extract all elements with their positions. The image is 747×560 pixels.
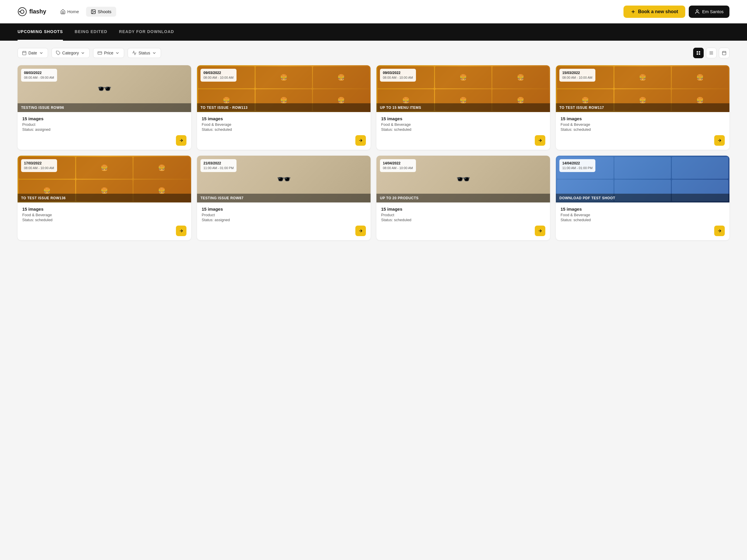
svg-point-2 xyxy=(19,11,20,12)
card-image: 🕶️ 08/03/2022 08:00 AM - 09:00 AM TESTIN… xyxy=(18,65,191,112)
card-body: 15 images Product Status: assigned xyxy=(18,112,191,150)
logo: flashy xyxy=(18,7,46,17)
card-image: 🍔🍔🍔🍔🍔🍔 15/03/2022 08:00 AM - 10:00 AM TO… xyxy=(556,65,729,112)
card-image: 14/04/2022 11:00 AM - 01:00 PM DOWNLOAD … xyxy=(556,156,729,203)
card-category: Food & Beverage xyxy=(202,122,366,127)
shoot-card: 14/04/2022 11:00 AM - 01:00 PM DOWNLOAD … xyxy=(556,156,729,240)
card-date-overlay: 14/04/2022 11:00 AM - 01:00 PM xyxy=(559,159,595,172)
card-title-overlay: TESTING ISSUE ROW87 xyxy=(197,194,370,203)
filter-date[interactable]: Date xyxy=(18,48,48,58)
card-images-count: 15 images xyxy=(381,116,545,121)
card-image: 🍔🍔🍔🍔🍔🍔 17/03/2022 08:00 AM - 10:00 AM TO… xyxy=(18,156,191,203)
card-category: Food & Beverage xyxy=(561,122,725,127)
shoots-grid: 🕶️ 08/03/2022 08:00 AM - 09:00 AM TESTIN… xyxy=(0,65,747,252)
svg-rect-17 xyxy=(697,53,698,55)
card-title-overlay: UP TO 20 PRODUCTS xyxy=(377,194,550,203)
card-arrow-button[interactable] xyxy=(355,135,366,146)
tab-being-edited[interactable]: Being Edited xyxy=(75,23,107,41)
card-body: 15 images Food & Beverage Status: schedu… xyxy=(197,112,370,150)
filter-category[interactable]: Category xyxy=(52,48,90,58)
user-icon xyxy=(695,9,700,14)
shoots-icon xyxy=(91,9,96,14)
tabs-bar: Upcoming Shoots Being Edited Ready for D… xyxy=(0,23,747,41)
svg-point-7 xyxy=(696,10,698,11)
card-footer xyxy=(561,135,725,146)
card-status: Status: scheduled xyxy=(381,127,545,132)
card-status: Status: scheduled xyxy=(561,127,725,132)
shoot-card: 🍔🍔🍔🍔🍔🍔 17/03/2022 08:00 AM - 10:00 AM TO… xyxy=(18,156,191,240)
card-date-overlay: 21/03/2022 11:00 AM - 01:00 PM xyxy=(201,159,236,172)
card-image: 🍔🍔🍔🍔🍔🍔 09/03/2022 08:00 AM - 10:00 AM UP… xyxy=(377,65,550,112)
filters-bar: Date Category Price Status xyxy=(0,41,747,65)
card-images-count: 15 images xyxy=(22,207,186,212)
arrow-right-icon xyxy=(358,229,363,233)
card-arrow-button[interactable] xyxy=(355,225,366,236)
card-arrow-button[interactable] xyxy=(535,225,545,236)
card-image: 🕶️ 14/04/2022 08:00 AM - 10:00 AM UP TO … xyxy=(377,156,550,203)
card-category: Product xyxy=(22,122,186,127)
arrow-right-icon xyxy=(538,229,542,233)
card-arrow-button[interactable] xyxy=(714,225,725,236)
card-body: 15 images Food & Beverage Status: schedu… xyxy=(556,112,729,150)
card-date-overlay: 08/03/2022 08:00 AM - 09:00 AM xyxy=(21,69,57,82)
tab-ready-download[interactable]: Ready for Download xyxy=(119,23,174,41)
nav-home[interactable]: Home xyxy=(56,7,84,17)
shoot-card: 🍔🍔🍔🍔🍔🍔 09/03/2022 08:00 AM - 10:00 AM TO… xyxy=(197,65,370,150)
card-title-overlay: TESTING ISSUE ROW96 xyxy=(18,103,191,112)
logo-icon xyxy=(18,7,27,17)
card-category: Food & Beverage xyxy=(381,122,545,127)
card-arrow-button[interactable] xyxy=(176,135,186,146)
card-footer xyxy=(381,135,545,146)
chevron-down-icon xyxy=(152,51,157,55)
filter-price[interactable]: Price xyxy=(93,48,124,58)
card-footer xyxy=(202,135,366,146)
card-date-overlay: 09/03/2022 08:00 AM - 10:00 AM xyxy=(380,69,416,82)
card-images-count: 15 images xyxy=(561,116,725,121)
list-icon xyxy=(709,51,714,55)
card-body: 15 images Food & Beverage Status: schedu… xyxy=(556,203,729,240)
svg-point-4 xyxy=(92,10,93,11)
tab-upcoming[interactable]: Upcoming Shoots xyxy=(18,23,63,41)
card-arrow-button[interactable] xyxy=(535,135,545,146)
card-status: Status: assigned xyxy=(22,127,186,132)
svg-rect-16 xyxy=(699,51,700,53)
home-icon xyxy=(60,9,66,14)
card-images-count: 15 images xyxy=(202,207,366,212)
calendar-view-button[interactable] xyxy=(719,48,729,58)
list-view-button[interactable] xyxy=(706,48,717,58)
user-menu-button[interactable]: Em Santos xyxy=(689,5,729,18)
card-title-overlay: TO TEST ISSUE ROW136 xyxy=(18,194,191,203)
price-icon xyxy=(98,51,102,55)
card-category: Product xyxy=(381,213,545,217)
svg-point-1 xyxy=(21,10,24,14)
nav-shoots[interactable]: Shoots xyxy=(86,7,116,17)
card-arrow-button[interactable] xyxy=(176,225,186,236)
card-title-overlay: DOWNLOAD PDF TEST SHOOT xyxy=(556,194,729,203)
card-date-overlay: 17/03/2022 08:00 AM - 10:00 AM xyxy=(21,159,57,172)
card-body: 15 images Product Status: assigned xyxy=(197,203,370,240)
svg-rect-18 xyxy=(699,53,700,55)
card-body: 15 images Product Status: scheduled xyxy=(377,203,550,240)
card-arrow-button[interactable] xyxy=(714,135,725,146)
book-shoot-button[interactable]: Book a new shoot xyxy=(623,5,685,18)
card-images-count: 15 images xyxy=(381,207,545,212)
card-category: Food & Beverage xyxy=(22,213,186,217)
card-status: Status: assigned xyxy=(202,218,366,222)
card-status: Status: scheduled xyxy=(561,218,725,222)
card-category: Food & Beverage xyxy=(561,213,725,217)
card-title-overlay: UP TO 15 MENU ITEMS xyxy=(377,103,550,112)
arrow-right-icon xyxy=(538,138,542,143)
filter-status[interactable]: Status xyxy=(128,48,161,58)
card-status: Status: scheduled xyxy=(381,218,545,222)
card-images-count: 15 images xyxy=(561,207,725,212)
svg-rect-22 xyxy=(722,52,726,55)
shoot-card: 🕶️ 14/04/2022 08:00 AM - 10:00 AM UP TO … xyxy=(377,156,550,240)
grid-view-button[interactable] xyxy=(693,48,704,58)
chevron-down-icon xyxy=(115,51,120,55)
arrow-right-icon xyxy=(717,138,722,143)
status-icon xyxy=(132,51,137,55)
grid-icon xyxy=(696,51,701,55)
tag-icon xyxy=(56,51,60,55)
card-footer xyxy=(22,225,186,236)
card-date-overlay: 09/03/2022 08:00 AM - 10:00 AM xyxy=(201,69,236,82)
